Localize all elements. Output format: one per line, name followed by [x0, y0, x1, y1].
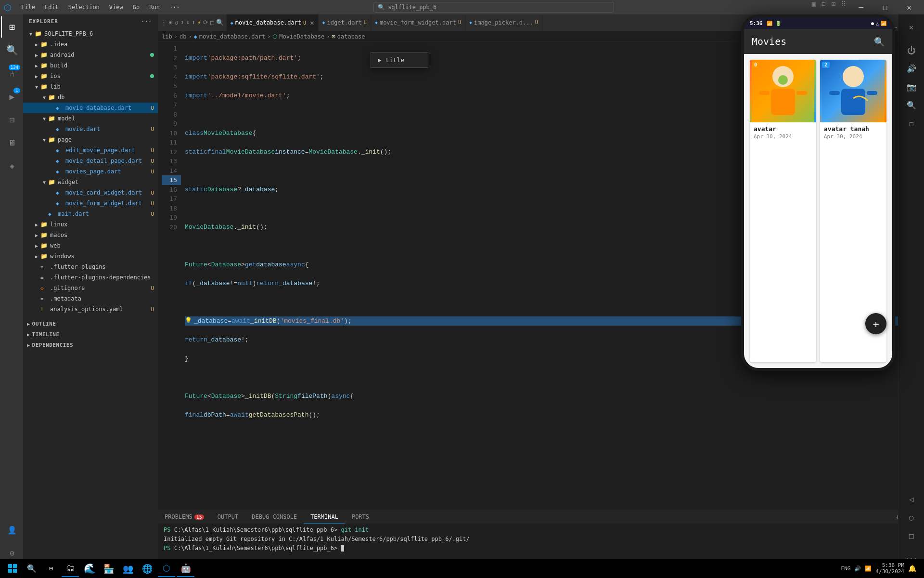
taskbar-explorer[interactable]: 🗂 — [62, 560, 79, 577]
taskbar-vscode[interactable]: ⬡ — [158, 560, 175, 577]
tray-volume[interactable]: 🔊 — [854, 565, 861, 572]
taskbar-teams[interactable]: 👥 — [119, 560, 137, 577]
explorer-activity-icon[interactable]: ⊞ — [1, 16, 22, 38]
breadcrumb-fn[interactable]: database — [337, 33, 365, 40]
side-zoom-button[interactable]: 🔍 — [902, 96, 921, 114]
notification-icon[interactable]: 🔔 — [908, 565, 916, 572]
side-eraser-button[interactable]: ◻ — [902, 115, 921, 132]
tab-toolbar-icon-5[interactable]: ⬇ — [186, 19, 190, 26]
side-circle-button[interactable]: ○ — [902, 509, 921, 526]
start-button[interactable] — [4, 560, 21, 577]
tree-analysis-options[interactable]: ▶ ! analysis_options.yaml U — [23, 304, 158, 315]
tree-web[interactable]: ▶ 📁 web — [23, 240, 158, 251]
tree-idea[interactable]: ▶ 📁 .idea — [23, 39, 158, 50]
tab-movie-database-dart[interactable]: ◆ movie_database.dart U ✕ — [227, 14, 319, 31]
tree-page[interactable]: ▼ 📁 page — [23, 134, 158, 145]
breadcrumb-class[interactable]: MovieDatabase — [279, 33, 324, 40]
tab-toolbar-flash[interactable]: ⚡ — [197, 19, 201, 26]
sidebar-more-icon[interactable]: ··· — [141, 18, 152, 25]
debug-console-tab[interactable]: DEBUG CONSOLE — [245, 510, 304, 524]
tree-movies-page[interactable]: ▶ ◆ movies_page.dart U — [23, 166, 158, 177]
menu-selection[interactable]: Selection — [64, 0, 103, 14]
taskbar-chrome[interactable]: 🌐 — [139, 560, 156, 577]
timeline-section[interactable]: ▶ TIMELINE — [23, 329, 158, 340]
tree-flutter-plugins[interactable]: ▶ ≡ .flutter-plugins — [23, 262, 158, 272]
tree-movie-dart[interactable]: ▶ ◆ movie.dart U — [23, 124, 158, 134]
tab-widget-dart[interactable]: ◆ idget.dart U — [319, 14, 371, 31]
tree-ios[interactable]: ▶ 📁 ios — [23, 71, 158, 81]
tree-main-dart[interactable]: ▶ ◆ main.dart U — [23, 209, 158, 219]
taskbar-search[interactable]: 🔍 — [23, 560, 40, 577]
tab-toolbar-icon-2[interactable]: ⊞ — [169, 19, 173, 26]
tab-toolbar-icon-6[interactable]: ⬆ — [192, 19, 195, 26]
git-activity-icon[interactable]: ◈ — [1, 155, 22, 176]
menu-go[interactable]: Go — [129, 0, 143, 14]
tree-model[interactable]: ▼ 📁 model — [23, 113, 158, 124]
tree-gitignore[interactable]: ▶ ◇ .gitignore U — [23, 283, 158, 293]
side-close-button[interactable]: ✕ — [902, 18, 921, 36]
tab-toolbar-icon-1[interactable]: ⋮ — [161, 19, 167, 26]
accounts-activity-icon[interactable]: 👤 — [1, 519, 22, 540]
tree-movie-form-widget[interactable]: ▶ ◆ movie_form_widget.dart U — [23, 198, 158, 209]
problems-tab[interactable]: PROBLEMS 15 — [158, 510, 211, 524]
side-power-button[interactable]: ⏻ — [902, 41, 921, 59]
tree-flutter-plugins-dep[interactable]: ▶ ≡ .flutter-plugins-dependencies — [23, 272, 158, 283]
source-control-activity-icon[interactable]: ⑃ 134 — [1, 63, 22, 84]
ports-tab[interactable]: PORTS — [345, 510, 376, 524]
taskbar-multitask[interactable]: ⊟ — [42, 560, 60, 577]
breadcrumb-db[interactable]: db — [180, 33, 186, 40]
side-camera-button[interactable]: 📷 — [902, 78, 921, 95]
tree-metadata[interactable]: ▶ ≡ .metadata — [23, 293, 158, 304]
breadcrumb-lib[interactable]: lib — [162, 33, 172, 40]
tab-toolbar-icon-4[interactable]: ⬆ — [180, 19, 184, 26]
tree-build[interactable]: ▶ 📁 build — [23, 60, 158, 71]
side-back-button[interactable]: ◁ — [902, 490, 921, 508]
tab-toolbar-restart[interactable]: ↺ — [175, 19, 179, 26]
tree-widget[interactable]: ▼ 📁 widget — [23, 177, 158, 187]
tab-movie-form-widget[interactable]: ◆ movie_form_widget.dart U — [371, 14, 465, 31]
tab-toolbar-icon-10[interactable]: 🔍 — [216, 19, 224, 26]
movie-card-avatar[interactable]: 0 avatar Apr 30, 2024 — [750, 60, 816, 362]
search-activity-icon[interactable]: 🔍 — [1, 39, 22, 61]
menu-run[interactable]: Run — [145, 0, 164, 14]
menu-file[interactable]: File — [17, 0, 39, 14]
maximize-button[interactable]: □ — [874, 0, 896, 14]
tree-android[interactable]: ▶ 📁 android — [23, 50, 158, 60]
tab-toolbar-icon-8[interactable]: ⟳ — [203, 19, 208, 26]
phone-fab[interactable]: + — [865, 313, 886, 334]
minimize-button[interactable]: ─ — [850, 0, 872, 14]
run-debug-activity-icon[interactable]: ▶ 1 — [1, 86, 22, 107]
global-search[interactable]: 🔍 sqlflite_ppb_6 — [373, 2, 614, 13]
tree-db[interactable]: ▼ 📁 db — [23, 92, 158, 103]
tab-image-picker[interactable]: ◆ image_picker.d... U — [465, 14, 542, 31]
menu-edit[interactable]: Edit — [41, 0, 63, 14]
tree-movie-detail-page[interactable]: ▶ ◆ movie_detail_page.dart U — [23, 156, 158, 166]
outline-section[interactable]: ▶ OUTLINE — [23, 318, 158, 329]
tab-close-icon[interactable]: ✕ — [310, 19, 314, 26]
tree-edit-movie-page[interactable]: ▶ ◆ edit_movie_page.dart U — [23, 145, 158, 156]
side-square-button[interactable]: □ — [902, 527, 921, 544]
menu-view[interactable]: View — [105, 0, 127, 14]
tree-movie-card-widget[interactable]: ▶ ◆ movie_card_widget.dart U — [23, 187, 158, 198]
side-volume-button[interactable]: 🔊 — [902, 60, 921, 77]
tree-lib[interactable]: ▼ 📁 lib — [23, 81, 158, 92]
output-tab[interactable]: OUTPUT — [211, 510, 245, 524]
tree-windows[interactable]: ▶ 📁 windows — [23, 251, 158, 262]
terminal-tab[interactable]: TERMINAL — [304, 510, 345, 524]
extensions-activity-icon[interactable]: ⊟ — [1, 109, 22, 130]
close-button[interactable]: ✕ — [898, 0, 920, 14]
tab-toolbar-icon-9[interactable]: □ — [210, 19, 214, 26]
tree-movie-database-dart[interactable]: ▶ ◆ movie_database.dart U — [23, 103, 158, 113]
tree-root[interactable]: ▼ 📁 SQLFLITE_PPB_6 — [23, 28, 158, 39]
tray-network[interactable]: 📶 — [865, 565, 872, 572]
phone-search-icon[interactable]: 🔍 — [874, 37, 885, 47]
menu-more[interactable]: ··· — [166, 0, 184, 14]
tree-linux[interactable]: ▶ 📁 linux — [23, 219, 158, 230]
dependencies-section[interactable]: ▶ DEPENDENCIES — [23, 340, 158, 350]
tree-macos[interactable]: ▶ 📁 macos — [23, 230, 158, 240]
taskbar-edge[interactable]: 🌊 — [81, 560, 98, 577]
dropdown-title-item[interactable]: ▶ title — [371, 54, 428, 66]
taskbar-clock[interactable]: 5:36 PM 4/30/2024 — [875, 562, 904, 575]
taskbar-store[interactable]: 🏪 — [100, 560, 117, 577]
breadcrumb-file[interactable]: movie_database.dart — [199, 33, 265, 40]
